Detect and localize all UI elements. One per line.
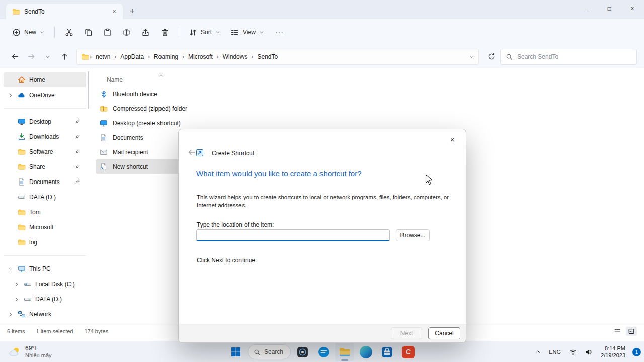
app-icon-camera[interactable] <box>293 342 312 361</box>
view-button[interactable]: View <box>225 24 269 41</box>
minimize-button[interactable]: – <box>575 0 598 17</box>
column-header-label: Name <box>107 76 123 83</box>
monitor-icon <box>18 118 26 126</box>
sidebar-item-this-pc[interactable]: This PC <box>4 261 86 277</box>
chevron-right-icon[interactable] <box>6 93 14 98</box>
file-row-compressed-folder[interactable]: Compressed (zipped) folder <box>96 101 267 116</box>
taskbar-search[interactable]: Search <box>248 344 291 359</box>
tab-close-icon[interactable]: × <box>109 6 120 17</box>
search-box[interactable] <box>500 49 637 65</box>
refresh-button[interactable] <box>484 49 499 64</box>
chevron-down-icon[interactable] <box>6 266 14 272</box>
cut-button[interactable] <box>59 24 78 41</box>
location-input[interactable] <box>196 229 390 241</box>
chevron-right-icon[interactable] <box>6 312 14 317</box>
cancel-button[interactable]: Cancel <box>428 327 460 339</box>
more-options-button[interactable]: ··· <box>269 24 290 41</box>
sidebar-item-share[interactable]: Share <box>4 159 86 174</box>
language-indicator[interactable]: ENG <box>545 344 565 360</box>
volume-button[interactable] <box>581 344 596 360</box>
chevron-right-icon[interactable] <box>12 282 20 287</box>
sidebar-item-data-d-child[interactable]: DATA (D:) <box>10 292 86 307</box>
app-icon-store[interactable] <box>377 342 396 361</box>
maximize-button[interactable]: □ <box>598 0 621 17</box>
arrow-right-icon <box>28 53 35 60</box>
shortcut-wizard-icon <box>196 149 204 157</box>
app-icon-c[interactable]: C <box>398 342 418 361</box>
sidebar-item-onedrive[interactable]: OneDrive <box>4 87 86 103</box>
tab-sendto[interactable]: SendTo × <box>6 4 123 19</box>
breadcrumb-item[interactable]: netvn <box>92 52 114 62</box>
up-button[interactable] <box>57 49 72 64</box>
sidebar-item-home[interactable]: Home <box>4 72 86 87</box>
large-icons-view-button[interactable] <box>626 327 637 336</box>
new-button[interactable]: New <box>7 24 50 41</box>
paste-button[interactable] <box>98 24 117 41</box>
share-button[interactable] <box>136 24 155 41</box>
onedrive-icon <box>18 91 26 99</box>
sidebar-item-data-d[interactable]: DATA (D:) <box>4 190 86 205</box>
copy-button[interactable] <box>78 24 98 41</box>
rename-icon <box>122 28 131 37</box>
sidebar-item-documents[interactable]: Documents <box>4 174 86 190</box>
running-indicator <box>341 359 348 361</box>
search-input[interactable] <box>517 53 631 60</box>
sidebar-item-log[interactable]: log <box>4 235 86 250</box>
app-icon-edge[interactable] <box>356 342 375 361</box>
sidebar-item-software[interactable]: Software <box>4 144 86 159</box>
tray-time: 8:14 PM <box>605 345 625 352</box>
sidebar-scrollbar[interactable] <box>88 71 89 109</box>
breadcrumb-item[interactable]: SendTo <box>254 52 281 62</box>
recent-locations-button[interactable] <box>40 49 55 64</box>
dialog-close-button[interactable]: × <box>442 132 462 147</box>
file-row-desktop-shortcut[interactable]: Desktop (create shortcut) <box>96 116 267 130</box>
breadcrumb-item[interactable]: Roaming <box>150 52 182 62</box>
home-icon <box>18 76 26 84</box>
sort-button-label: Sort <box>201 29 212 36</box>
sidebar-item-desktop[interactable]: Desktop <box>4 114 86 129</box>
sidebar-item-microsoft[interactable]: Microsoft <box>4 220 86 235</box>
pin-icon <box>74 134 80 140</box>
hidden-icons-button[interactable] <box>531 344 544 360</box>
windows-logo-icon <box>230 346 242 357</box>
tray-date: 2/19/2023 <box>601 352 625 359</box>
start-button[interactable] <box>226 342 246 361</box>
network-button[interactable] <box>566 344 580 360</box>
app-icon-chat[interactable] <box>314 342 333 361</box>
browse-button[interactable]: Browse... <box>396 229 430 241</box>
new-tab-button[interactable]: + <box>125 4 140 19</box>
breadcrumb-item[interactable]: AppData <box>117 52 147 62</box>
app-icon-file-explorer[interactable] <box>335 342 354 361</box>
forward-button[interactable] <box>24 49 39 64</box>
notification-badge[interactable]: 1 <box>632 348 641 356</box>
file-row-bluetooth-device[interactable]: Bluetooth device <box>96 86 267 101</box>
breadcrumb-item[interactable]: Microsoft <box>185 52 216 62</box>
mouse-cursor <box>425 174 433 185</box>
address-dropdown-button[interactable] <box>469 54 474 59</box>
window-close-button[interactable]: × <box>621 0 644 17</box>
sidebar-item-network[interactable]: Network <box>4 307 86 322</box>
weather-widget[interactable]: 69°F Nhiều mây <box>5 341 55 362</box>
selection-count: 1 item selected <box>36 328 73 334</box>
sort-button[interactable]: Sort <box>184 24 225 41</box>
breadcrumb-item[interactable]: Windows <box>219 52 251 62</box>
sidebar-item-label: Tom <box>29 209 41 216</box>
sidebar-item-local-disk-c[interactable]: Local Disk (C:) <box>10 277 86 292</box>
toolbar-separator <box>179 27 179 38</box>
breadcrumb[interactable]: › netvn › AppData › Roaming › Microsoft … <box>76 49 479 65</box>
breadcrumb-separator: › <box>216 53 219 60</box>
sidebar-item-downloads[interactable]: Downloads <box>4 129 86 144</box>
sidebar-item-tom[interactable]: Tom <box>4 205 86 220</box>
weather-condition: Nhiều mây <box>25 352 52 359</box>
delete-button[interactable] <box>155 24 174 41</box>
clock[interactable]: 8:14 PM 2/19/2023 <box>597 345 629 359</box>
taskbar: 69°F Nhiều mây Search C ENG 8:14 PM 2/19… <box>0 341 644 362</box>
rename-button[interactable] <box>117 24 136 41</box>
details-view-button[interactable] <box>612 327 623 336</box>
column-header-name[interactable]: Name <box>96 73 231 86</box>
back-button[interactable] <box>7 49 22 64</box>
edge-icon <box>360 346 372 358</box>
clipboard-icon <box>103 28 112 37</box>
chevron-right-icon[interactable] <box>12 297 20 302</box>
thumbnail-view-icon <box>628 328 635 335</box>
